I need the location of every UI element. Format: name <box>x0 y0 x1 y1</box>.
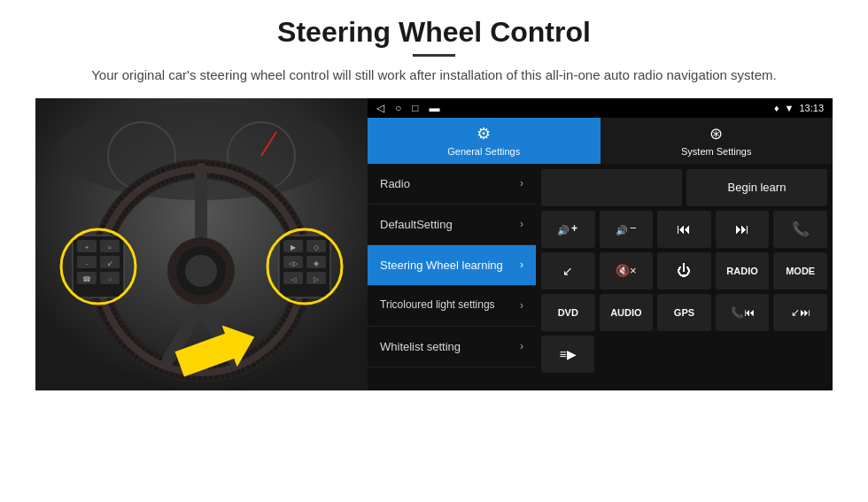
android-ui: ◁ ○ □ ▬ ♦ ▼ 13:13 ⚙ General Settings <box>368 98 833 390</box>
menu-default-label: DefaultSetting <box>380 218 520 231</box>
special-button[interactable]: ≡▶ <box>541 336 594 373</box>
tabs-bar: ⚙ General Settings ⊛ System Settings <box>368 118 833 164</box>
svg-text:🔊: 🔊 <box>616 224 628 236</box>
settings-menu: Radio › DefaultSetting › Steering Wheel … <box>368 164 536 390</box>
svg-text:▶: ▶ <box>291 243 297 251</box>
chevron-icon: › <box>520 218 523 230</box>
empty-indicator <box>541 169 682 206</box>
radio-btn[interactable]: RADIO <box>716 252 770 290</box>
next-track-button[interactable]: ⏭ <box>716 211 770 248</box>
audio-btn[interactable]: AUDIO <box>600 294 654 331</box>
phone-button[interactable]: 📞 <box>773 211 827 248</box>
home-icon[interactable]: ○ <box>395 102 401 114</box>
mode-btn[interactable]: MODE <box>773 252 827 290</box>
system-icon: ⊛ <box>709 124 723 143</box>
svg-text:☎: ☎ <box>82 275 91 283</box>
menu-item-radio[interactable]: Radio › <box>368 164 536 205</box>
mute-button[interactable]: 🔇× <box>600 252 654 290</box>
title-divider <box>413 54 455 57</box>
wifi-icon: ▼ <box>785 103 794 113</box>
skip-next-button[interactable]: ↙⏭ <box>773 294 827 331</box>
back-icon[interactable]: ◁ <box>376 102 384 114</box>
svg-text:▷: ▷ <box>314 275 320 283</box>
svg-text:+: + <box>571 222 577 235</box>
tab-general-label: General Settings <box>447 146 520 157</box>
location-icon: ♦ <box>774 103 779 113</box>
chevron-icon: › <box>520 299 523 312</box>
control-row-4: ≡▶ <box>541 336 827 373</box>
recent-icon[interactable]: □ <box>412 102 418 114</box>
svg-text:◈: ◈ <box>314 259 320 267</box>
control-panel: Begin learn 🔊+ 🔊− ⏮ ⏭ 📞 <box>536 164 833 390</box>
svg-text:≈: ≈ <box>108 244 112 251</box>
tab-general-settings[interactable]: ⚙ General Settings <box>368 118 601 164</box>
time-display: 13:13 <box>799 103 824 113</box>
begin-learn-button[interactable]: Begin learn <box>686 169 827 206</box>
gps-btn[interactable]: GPS <box>657 294 711 331</box>
vol-up-button[interactable]: 🔊+ <box>541 211 595 248</box>
svg-text:◁▷: ◁▷ <box>289 260 298 266</box>
steering-wheel-image: + ≈ - ↙ ☎ ○ ▶ ◇ ◁▷ ◈ <box>35 98 368 390</box>
svg-text:🔊: 🔊 <box>557 224 570 236</box>
power-button[interactable]: ⏻ <box>657 252 711 290</box>
status-nav-icons: ◁ ○ □ ▬ <box>376 102 440 114</box>
page-subtitle: Your original car's steering wheel contr… <box>91 66 777 86</box>
menu-icon[interactable]: ▬ <box>430 102 440 114</box>
page-title: Steering Wheel Control <box>277 16 591 49</box>
chevron-icon: › <box>520 177 523 189</box>
menu-item-whitelist[interactable]: Whitelist setting › <box>368 327 536 367</box>
menu-item-default[interactable]: DefaultSetting › <box>368 205 536 245</box>
svg-text:−: − <box>630 221 637 235</box>
main-area: Radio › DefaultSetting › Steering Wheel … <box>368 164 833 390</box>
menu-steering-label: Steering Wheel learning <box>380 259 520 272</box>
menu-item-steering[interactable]: Steering Wheel learning › <box>368 245 536 286</box>
status-right: ♦ ▼ 13:13 <box>774 103 824 113</box>
chevron-icon: › <box>520 259 523 271</box>
chevron-icon: › <box>520 340 523 352</box>
menu-tricoloured-label: Tricoloured light settings <box>380 298 520 313</box>
menu-item-tricoloured[interactable]: Tricoloured light settings › <box>368 286 536 327</box>
phone-prev-button[interactable]: 📞⏮ <box>716 294 770 331</box>
vol-down-button[interactable]: 🔊− <box>600 211 654 248</box>
menu-whitelist-label: Whitelist setting <box>380 340 520 353</box>
tab-system-settings[interactable]: ⊛ System Settings <box>601 118 833 164</box>
svg-text:↙: ↙ <box>107 259 113 267</box>
dvd-btn[interactable]: DVD <box>541 294 595 331</box>
control-row-0: Begin learn <box>541 169 827 206</box>
status-bar: ◁ ○ □ ▬ ♦ ▼ 13:13 <box>368 98 833 118</box>
tab-system-label: System Settings <box>681 146 751 157</box>
control-row-3: DVD AUDIO GPS 📞⏮ ↙⏭ <box>541 294 827 331</box>
menu-radio-label: Radio <box>380 177 520 190</box>
prev-track-button[interactable]: ⏮ <box>657 211 711 248</box>
svg-text:+: + <box>85 243 89 251</box>
gear-icon: ⚙ <box>477 124 491 143</box>
answer-button[interactable]: ↙ <box>541 252 595 290</box>
svg-text:-: - <box>86 259 89 267</box>
svg-point-12 <box>185 255 217 287</box>
control-row-2: ↙ 🔇× ⏻ RADIO MODE <box>541 252 827 290</box>
svg-text:◇: ◇ <box>314 243 320 251</box>
svg-text:○: ○ <box>108 276 112 282</box>
control-row-1: 🔊+ 🔊− ⏮ ⏭ 📞 <box>541 211 827 248</box>
